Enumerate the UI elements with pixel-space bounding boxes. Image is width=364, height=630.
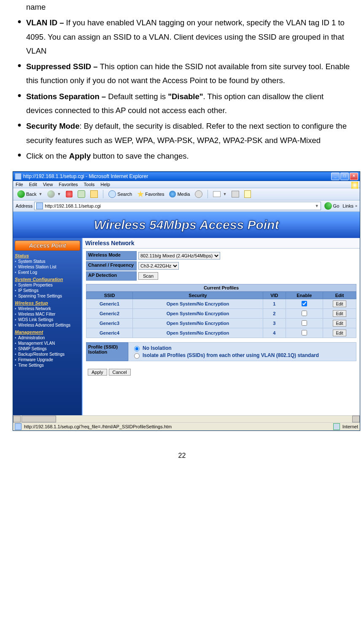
edit-button[interactable]: Edit: [333, 320, 346, 327]
table-row: Generic3 Open System/No Encryption 3 Edi…: [86, 319, 356, 328]
favorites-button[interactable]: Favorites: [135, 190, 166, 198]
bullet-name-fragment: name: [26, 0, 351, 14]
table-row: Generic4 Open System/No Encryption 4 Edi…: [86, 328, 356, 338]
sidebar-head-management[interactable]: Management: [15, 330, 80, 335]
sidebar-item-snmp[interactable]: SNMP Settings: [15, 346, 80, 352]
cell-vid: 2: [263, 309, 286, 319]
sidebar-item-wireless-station-list[interactable]: Wireless Station List: [15, 264, 80, 270]
bullet-stations-separation: Stations Separation – Default setting is…: [26, 89, 351, 118]
cell-security: Open System/No Encryption: [133, 299, 263, 309]
refresh-icon: [78, 190, 85, 198]
isolation-no-option[interactable]: No Isolation: [132, 345, 353, 352]
sidebar-head-status[interactable]: Status: [15, 253, 80, 258]
page-number: 22: [13, 452, 351, 460]
maximize-button[interactable]: □: [340, 173, 349, 180]
sidebar-item-wireless-network[interactable]: Wireless Network: [15, 306, 80, 311]
search-button[interactable]: Search: [107, 189, 134, 199]
sidebar-item-mgmt-vlan[interactable]: Management VLAN: [15, 341, 80, 346]
th-edit: Edit: [323, 292, 356, 299]
menu-help[interactable]: Help: [100, 182, 110, 187]
ie-logo-icon: [351, 182, 358, 189]
sidebar-item-time[interactable]: Time Settings: [15, 362, 80, 368]
stop-icon: [66, 191, 73, 197]
home-button[interactable]: [89, 189, 100, 199]
sidebar-item-administration[interactable]: Administration: [15, 335, 80, 341]
sidebar-item-event-log[interactable]: Event Log: [15, 270, 80, 275]
sidebar-item-mac-filter[interactable]: Wireless MAC Filter: [15, 311, 80, 317]
address-input[interactable]: http://192.168.1.1/setup.cgi ▼: [34, 202, 321, 210]
wireless-mode-select[interactable]: 802.11b/g Mixed (2.4GHz/54Mbps): [138, 252, 220, 260]
sidebar-item-system-status[interactable]: System Status: [15, 259, 80, 264]
links-label[interactable]: Links: [342, 203, 353, 208]
sidebar: Access Point Status System Status Wirele…: [13, 238, 83, 415]
th-ssid: SSID: [86, 292, 133, 299]
mail-button[interactable]: ▼: [211, 190, 228, 198]
refresh-button[interactable]: [76, 189, 87, 199]
table-row: Generic1 Open System/No Encryption 1 Edi…: [86, 299, 356, 309]
toolbar: Back▼ ▼ Search Favorites Media ▼: [13, 188, 360, 200]
enable-checkbox[interactable]: [302, 301, 307, 306]
sidebar-item-backup-restore[interactable]: Backup/Restore Settings: [15, 352, 80, 357]
edit-button[interactable]: Edit: [333, 330, 346, 336]
sidebar-item-spanning-tree[interactable]: Spanning Tree Settings: [15, 293, 80, 299]
horizontal-scrollbar[interactable]: [13, 415, 360, 422]
menu-edit[interactable]: Edit: [29, 182, 37, 187]
sidebar-title: Access Point: [15, 241, 80, 251]
isolation-yes-option[interactable]: Isolate all Profiles (SSIDs) from each o…: [132, 352, 353, 359]
cell-security: Open System/No Encryption: [133, 328, 263, 338]
sidebar-item-wds-link[interactable]: WDS Link Settings: [15, 317, 80, 322]
media-button[interactable]: Media: [167, 190, 191, 198]
main-pane: Wireless Network Wireless Mode 802.11b/g…: [83, 238, 360, 415]
section-title: Wireless Network: [83, 238, 360, 249]
edit-button[interactable]: Edit: [333, 310, 346, 317]
forward-button[interactable]: ▼: [46, 189, 62, 199]
scroll-right-icon[interactable]: [352, 416, 360, 422]
sidebar-item-ip-settings[interactable]: IP Settings: [15, 288, 80, 293]
sidebar-item-system-properties[interactable]: System Properties: [15, 282, 80, 288]
bullet-icon: ●: [13, 89, 26, 118]
back-button[interactable]: Back▼: [16, 189, 44, 199]
apply-button[interactable]: Apply: [88, 369, 107, 376]
browser-window: http://192.168.1.1/setup.cgi - Microsoft…: [13, 171, 360, 431]
minimize-button[interactable]: _: [331, 173, 340, 180]
menu-view[interactable]: View: [43, 182, 53, 187]
ap-detection-label: AP Detection: [86, 271, 137, 281]
history-button[interactable]: [193, 189, 204, 199]
status-zone: Internet: [342, 424, 358, 429]
scroll-left-icon[interactable]: [13, 416, 21, 422]
menu-favorites[interactable]: Favorites: [59, 182, 78, 187]
edit-doc-button[interactable]: [243, 189, 253, 199]
cell-vid: 1: [263, 299, 286, 309]
isolation-radio-no[interactable]: [134, 346, 140, 352]
cell-vid: 3: [263, 319, 286, 328]
enable-checkbox[interactable]: [302, 320, 307, 326]
scroll-thumb[interactable]: [22, 416, 56, 422]
address-bar: Address http://192.168.1.1/setup.cgi ▼ G…: [13, 200, 360, 212]
page-icon: [36, 203, 43, 209]
enable-checkbox[interactable]: [302, 311, 307, 316]
sidebar-head-wireless-setup[interactable]: Wireless Setup: [15, 300, 80, 306]
go-button[interactable]: Go: [323, 202, 341, 210]
channel-select[interactable]: Ch3-2.422GHz: [138, 262, 179, 270]
bullet-list: name ● VLAN ID – If you have enabled VLA…: [13, 0, 351, 163]
scan-button[interactable]: Scan: [138, 272, 158, 280]
close-button[interactable]: ×: [350, 173, 358, 180]
cell-ssid: Generic1: [86, 299, 133, 309]
sidebar-item-firmware[interactable]: Firmware Upgrade: [15, 357, 80, 362]
menu-tools[interactable]: Tools: [84, 182, 95, 187]
enable-checkbox[interactable]: [302, 330, 307, 335]
profiles-table: SSID Security VID Enable Edit Generic1 O…: [86, 292, 356, 338]
isolation-radio-yes[interactable]: [134, 353, 140, 359]
edit-button[interactable]: Edit: [333, 300, 346, 307]
sidebar-item-advanced[interactable]: Wireless Advanced Settings: [15, 322, 80, 328]
sidebar-head-system-config[interactable]: System Configuration: [15, 277, 80, 282]
print-button[interactable]: [230, 190, 241, 198]
th-enable: Enable: [286, 292, 323, 299]
stop-button[interactable]: [64, 190, 74, 198]
star-icon: [137, 191, 144, 197]
menu-file[interactable]: File: [16, 182, 23, 187]
status-text: http://192.168.1.1/setup.cgi?req_file=./…: [24, 424, 172, 429]
titlebar[interactable]: http://192.168.1.1/setup.cgi - Microsoft…: [13, 172, 360, 181]
dropdown-icon[interactable]: ▼: [315, 204, 319, 208]
cancel-button[interactable]: Cancel: [109, 369, 131, 376]
